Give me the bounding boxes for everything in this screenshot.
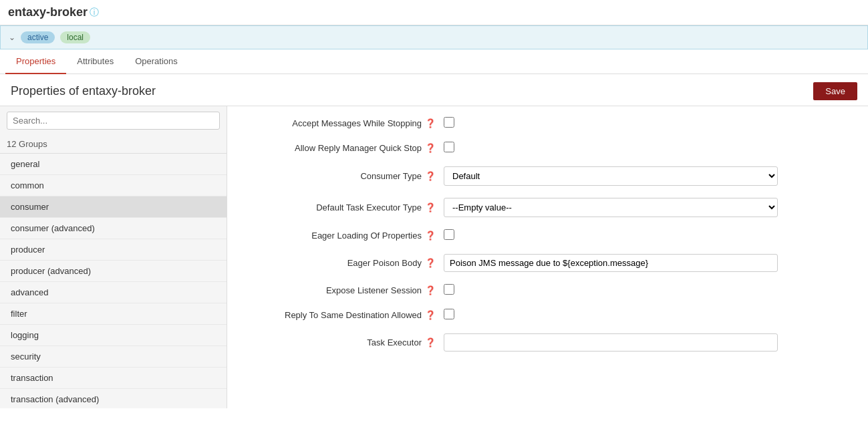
- save-button[interactable]: Save: [813, 82, 857, 100]
- checkbox-eager-loading[interactable]: [444, 229, 454, 240]
- property-row-task-executor-type: Default Task Executor Type ❓ --Empty val…: [243, 198, 852, 217]
- property-row-expose-listener: Expose Listener Session ❓: [243, 284, 852, 297]
- property-row-consumer-type: Consumer Type ❓ Default Simple: [243, 166, 852, 186]
- input-eager-poison[interactable]: [444, 254, 778, 272]
- app-header: entaxy-broker ⓘ: [0, 0, 868, 25]
- sidebar-item-security[interactable]: security: [0, 346, 227, 368]
- property-value-task-executor-type: --Empty value--: [444, 198, 852, 217]
- property-row-allow-reply: Allow Reply Manager Quick Stop ❓: [243, 142, 852, 154]
- info-icon-allow-reply[interactable]: ❓: [425, 143, 436, 153]
- local-badge: local: [60, 31, 90, 43]
- sidebar-item-common[interactable]: common: [0, 175, 227, 196]
- property-label-task-executor-type: Default Task Executor Type ❓: [243, 202, 444, 213]
- checkbox-expose-listener[interactable]: [444, 284, 454, 295]
- property-label-reply-same-dest: Reply To Same Destination Allowed ❓: [243, 310, 444, 320]
- info-icon-expose-listener[interactable]: ❓: [425, 285, 436, 295]
- property-label-eager-poison: Eager Poison Body ❓: [243, 258, 444, 268]
- select-consumer-type[interactable]: Default Simple: [444, 166, 778, 186]
- chevron-down-icon[interactable]: ⌄: [9, 33, 15, 42]
- info-icon-eager-poison[interactable]: ❓: [425, 258, 436, 268]
- sidebar: 12 Groups general common consumer consum…: [0, 106, 227, 408]
- sidebar-item-advanced[interactable]: advanced: [0, 282, 227, 303]
- select-task-executor-type[interactable]: --Empty value--: [444, 198, 778, 217]
- active-badge: active: [21, 31, 55, 43]
- sidebar-item-transaction[interactable]: transaction: [0, 368, 227, 389]
- search-input[interactable]: [7, 112, 220, 130]
- input-task-executor[interactable]: [444, 333, 778, 351]
- property-label-consumer-type: Consumer Type ❓: [243, 171, 444, 181]
- sidebar-item-transaction-advanced[interactable]: transaction (advanced): [0, 389, 227, 408]
- property-value-reply-same-dest: [444, 309, 852, 321]
- property-row-eager-loading: Eager Loading Of Properties ❓: [243, 229, 852, 242]
- sidebar-item-producer-advanced[interactable]: producer (advanced): [0, 261, 227, 282]
- sidebar-item-producer[interactable]: producer: [0, 239, 227, 261]
- tabs-bar: Properties Attributes Operations: [0, 49, 868, 74]
- property-row-accept-messages: Accept Messages While Stopping ❓: [243, 117, 852, 130]
- sidebar-item-logging[interactable]: logging: [0, 325, 227, 346]
- checkbox-accept-messages[interactable]: [444, 117, 454, 128]
- info-icon-task-executor[interactable]: ❓: [425, 337, 436, 347]
- property-label-expose-listener: Expose Listener Session ❓: [243, 285, 444, 295]
- search-box: [0, 106, 227, 135]
- info-icon-task-executor-type[interactable]: ❓: [425, 202, 436, 213]
- property-label-allow-reply: Allow Reply Manager Quick Stop ❓: [243, 143, 444, 153]
- info-icon-eager-loading[interactable]: ❓: [425, 231, 436, 241]
- info-icon-reply-same-dest[interactable]: ❓: [425, 310, 436, 320]
- page-title: Properties of entaxy-broker: [11, 84, 156, 98]
- property-value-allow-reply: [444, 142, 852, 154]
- property-row-eager-poison: Eager Poison Body ❓: [243, 254, 852, 272]
- sidebar-item-consumer-advanced[interactable]: consumer (advanced): [0, 218, 227, 239]
- property-value-task-executor: [444, 333, 852, 351]
- info-icon-consumer-type[interactable]: ❓: [425, 171, 436, 181]
- info-icon[interactable]: ⓘ: [90, 7, 99, 19]
- main-content: Accept Messages While Stopping ❓ Allow R…: [227, 106, 868, 408]
- status-bar: ⌄ active local: [0, 25, 868, 49]
- checkbox-allow-reply[interactable]: [444, 142, 454, 152]
- property-value-eager-loading: [444, 229, 852, 242]
- content-area: 12 Groups general common consumer consum…: [0, 106, 868, 408]
- tab-properties[interactable]: Properties: [5, 49, 66, 74]
- property-label-accept-messages: Accept Messages While Stopping ❓: [243, 118, 444, 128]
- property-value-expose-listener: [444, 284, 852, 297]
- property-label-eager-loading: Eager Loading Of Properties ❓: [243, 231, 444, 241]
- checkbox-reply-same-dest[interactable]: [444, 309, 454, 319]
- groups-label: 12 Groups: [0, 135, 227, 154]
- info-icon-accept-messages[interactable]: ❓: [425, 118, 436, 128]
- tab-operations[interactable]: Operations: [124, 49, 188, 74]
- sidebar-item-filter[interactable]: filter: [0, 303, 227, 325]
- property-label-task-executor: Task Executor ❓: [243, 337, 444, 347]
- property-value-consumer-type: Default Simple: [444, 166, 852, 186]
- property-value-eager-poison: [444, 254, 852, 272]
- page-header: Properties of entaxy-broker Save: [0, 74, 868, 106]
- sidebar-item-general[interactable]: general: [0, 154, 227, 175]
- app-title: entaxy-broker: [8, 5, 88, 19]
- tab-attributes[interactable]: Attributes: [66, 49, 124, 74]
- sidebar-item-consumer[interactable]: consumer: [0, 196, 227, 218]
- property-value-accept-messages: [444, 117, 852, 130]
- property-row-reply-same-dest: Reply To Same Destination Allowed ❓: [243, 309, 852, 321]
- property-row-task-executor: Task Executor ❓: [243, 333, 852, 351]
